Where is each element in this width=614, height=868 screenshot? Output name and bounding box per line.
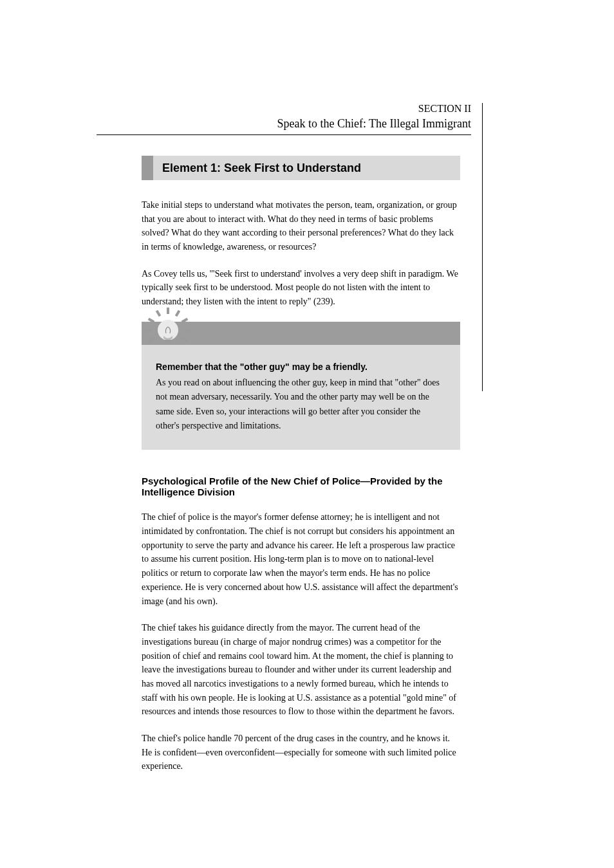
element-heading-tab <box>142 156 153 180</box>
svg-rect-3 <box>181 318 189 323</box>
svg-rect-0 <box>167 308 169 314</box>
header-rule-right <box>482 103 483 391</box>
callout-title: Remember that the "other guy" may be a f… <box>156 362 446 372</box>
lightbulb-icon <box>145 308 191 353</box>
element-heading-title: Element 1: Seek First to Understand <box>153 162 361 175</box>
svg-rect-11 <box>165 342 171 343</box>
svg-rect-10 <box>165 340 171 341</box>
paragraph: Take initial steps to understand what mo… <box>142 198 460 254</box>
callout-text: As you read on about influencing the oth… <box>156 376 446 434</box>
paragraph: The chief of police is the mayor's forme… <box>142 510 460 608</box>
section-label: SECTION II <box>97 103 471 115</box>
svg-rect-1 <box>175 310 180 317</box>
svg-rect-4 <box>148 318 155 323</box>
svg-point-9 <box>158 320 178 340</box>
callout-body: Remember that the "other guy" may be a f… <box>142 345 460 450</box>
header-rule <box>97 134 471 135</box>
callout-box: Remember that the "other guy" may be a f… <box>142 322 460 450</box>
svg-rect-5 <box>184 329 191 331</box>
element-heading-bar: Element 1: Seek First to Understand <box>142 156 460 180</box>
svg-rect-6 <box>145 329 152 331</box>
paragraph: The chief takes his guidance directly fr… <box>142 621 460 719</box>
paragraph: The chief's police handle 70 percent of … <box>142 732 460 773</box>
svg-rect-7 <box>181 337 189 342</box>
paragraph: As Covey tells us, "'Seek first to under… <box>142 267 460 309</box>
svg-rect-2 <box>156 310 161 317</box>
svg-rect-8 <box>148 337 155 342</box>
section-title: Speak to the Chief: The Illegal Immigran… <box>97 117 471 131</box>
inset-heading: Psychological Profile of the New Chief o… <box>142 476 460 497</box>
